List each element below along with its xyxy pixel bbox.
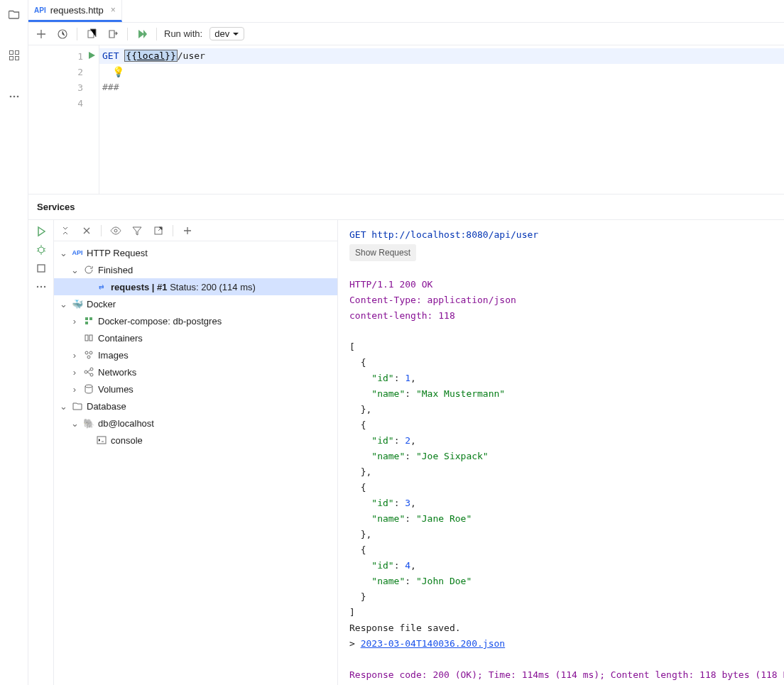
run-line-icon[interactable] <box>87 51 96 62</box>
tree-node-docker[interactable]: ⌄ 🐳 Docker <box>54 295 337 312</box>
response-body: [ { "id": 1, "name": "Max Mustermann" },… <box>349 341 505 618</box>
svg-rect-18 <box>85 322 88 324</box>
tree-node-db-connection[interactable]: ⌄ 🐘 db@localhost <box>54 415 337 432</box>
tree-node-containers[interactable]: Containers <box>54 329 337 346</box>
tree-node-request-item[interactable]: ⇄ requests | #1 Status: 200 (114 ms) <box>54 278 337 295</box>
chevron-right-icon[interactable]: › <box>70 350 80 361</box>
copy-icon[interactable] <box>85 27 99 41</box>
chevron-right-icon[interactable]: › <box>70 367 80 378</box>
debug-icon[interactable] <box>34 243 48 257</box>
line-number: 3 <box>77 82 83 93</box>
svg-rect-2 <box>9 57 13 60</box>
import-icon[interactable] <box>106 27 120 41</box>
svg-point-5 <box>13 96 15 98</box>
main-area: API requests.http × Run with: dev 1 2 3 … <box>28 0 784 685</box>
code-area[interactable]: GET {{local}}/user 💡 ### <box>99 45 784 194</box>
chevron-down-icon[interactable]: ⌄ <box>70 418 80 429</box>
svg-rect-10 <box>38 265 45 272</box>
left-tool-rail <box>0 0 28 685</box>
response-viewer[interactable]: GET http://localhost:8080/api/user Show … <box>338 220 784 685</box>
template-variable[interactable]: {{local}} <box>124 50 177 62</box>
tree-node-http-request[interactable]: ⌄ API HTTP Request <box>54 244 337 261</box>
intention-bulb-icon[interactable]: 💡 <box>102 66 124 77</box>
close-tree-icon[interactable] <box>80 224 94 238</box>
structure-icon[interactable] <box>4 45 24 65</box>
svg-point-21 <box>85 351 88 354</box>
more-vert-icon[interactable] <box>34 280 48 294</box>
run-all-icon[interactable] <box>135 27 149 41</box>
tree-node-finished[interactable]: ⌄ Finished <box>54 261 337 278</box>
services-panel-body: ⌄ API HTTP Request ⌄ Finished ⇄ requests… <box>28 220 784 685</box>
svg-point-4 <box>9 96 11 98</box>
tree-node-docker-compose[interactable]: › Docker-compose: db-postgres <box>54 312 337 329</box>
tree-node-console[interactable]: console <box>54 432 337 449</box>
tree-node-volumes[interactable]: › Volumes <box>54 380 337 398</box>
svg-point-6 <box>16 96 18 98</box>
expand-icon[interactable] <box>58 224 72 238</box>
api-icon: API <box>34 6 46 14</box>
svg-point-11 <box>36 286 38 287</box>
networks-icon <box>82 367 95 377</box>
svg-point-26 <box>90 373 93 376</box>
svg-rect-20 <box>89 335 92 341</box>
chevron-down-icon[interactable]: ⌄ <box>70 265 80 275</box>
project-icon[interactable] <box>4 4 24 24</box>
console-icon <box>95 435 108 445</box>
svg-rect-1 <box>15 51 18 55</box>
line-number: 1 <box>77 51 83 62</box>
svg-point-23 <box>87 356 90 358</box>
svg-point-24 <box>85 371 87 373</box>
chevron-down-icon[interactable]: ⌄ <box>58 401 68 412</box>
services-tree-toolbar <box>54 220 337 241</box>
chevron-right-icon[interactable]: › <box>70 384 80 395</box>
editor-toolbar: Run with: dev <box>28 23 784 45</box>
code-editor[interactable]: 1 2 3 4 GET {{local}}/user 💡 ### <box>28 45 784 194</box>
response-file-link[interactable]: 2023-03-04T140036.200.json <box>361 638 506 649</box>
run-icon[interactable] <box>34 224 48 239</box>
refresh-icon <box>82 265 95 275</box>
chevron-down-icon[interactable]: ⌄ <box>58 248 68 258</box>
services-tree-panel: ⌄ API HTTP Request ⌄ Finished ⇄ requests… <box>54 220 338 685</box>
add-service-icon[interactable] <box>180 224 195 238</box>
response-saved-msg: Response file saved. <box>349 623 461 633</box>
open-icon[interactable] <box>151 224 165 238</box>
env-selector[interactable]: dev <box>209 27 244 40</box>
svg-point-14 <box>114 229 117 232</box>
history-icon[interactable] <box>55 27 70 41</box>
close-icon[interactable]: × <box>111 5 116 15</box>
env-value: dev <box>214 28 229 39</box>
volumes-icon <box>82 384 95 394</box>
response-footer: Response code: 200 (OK); Time: 114ms (11… <box>349 669 784 680</box>
services-toolbar-left <box>28 220 54 685</box>
chevron-down-icon[interactable]: ⌄ <box>58 299 68 309</box>
svg-rect-3 <box>15 57 18 60</box>
svg-point-27 <box>85 385 92 388</box>
services-tree[interactable]: ⌄ API HTTP Request ⌄ Finished ⇄ requests… <box>54 241 337 685</box>
tree-node-networks[interactable]: › Networks <box>54 363 337 380</box>
filter-icon[interactable] <box>130 224 144 238</box>
more-icon[interactable] <box>4 87 24 106</box>
compose-icon <box>82 316 95 326</box>
add-icon[interactable] <box>34 27 48 41</box>
svg-rect-28 <box>97 437 106 444</box>
tree-node-database[interactable]: ⌄ Database <box>54 398 337 415</box>
chevron-right-icon[interactable]: › <box>70 316 80 327</box>
line-number: 4 <box>77 98 83 109</box>
chevron-down-icon <box>232 31 239 38</box>
svg-rect-19 <box>85 335 88 341</box>
svg-point-13 <box>43 286 45 287</box>
view-icon[interactable] <box>109 224 123 238</box>
svg-rect-0 <box>9 51 13 55</box>
request-separator: ### <box>102 82 119 92</box>
images-icon <box>82 350 95 360</box>
svg-point-9 <box>38 247 44 253</box>
tree-node-images[interactable]: › Images <box>54 346 337 363</box>
svg-rect-16 <box>85 317 88 320</box>
tab-requests-http[interactable]: API requests.http × <box>28 0 122 22</box>
show-request-button[interactable]: Show Request <box>349 244 416 261</box>
docker-icon: 🐳 <box>71 299 84 309</box>
http-method: GET <box>102 50 119 61</box>
stop-icon[interactable] <box>34 261 48 275</box>
run-with-label: Run with: <box>164 28 202 39</box>
line-number: 2 <box>77 67 83 77</box>
